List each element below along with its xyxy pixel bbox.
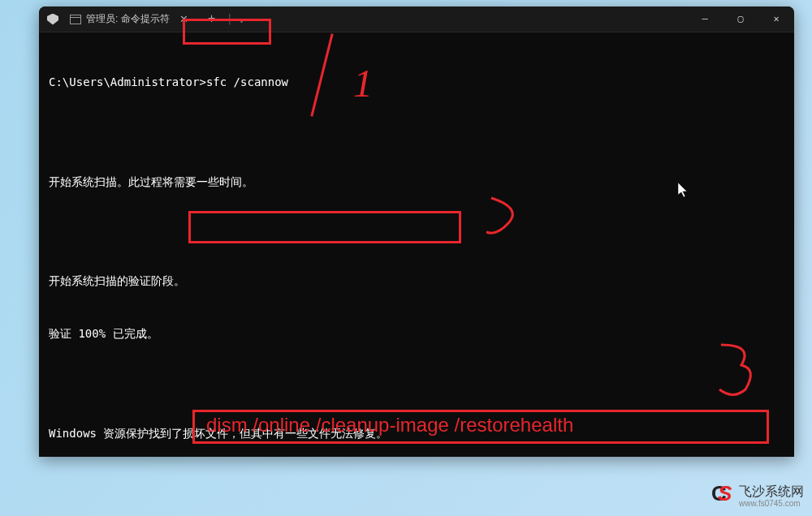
admin-shield-icon <box>47 14 58 25</box>
watermark-url: www.fs0745.com <box>739 499 804 508</box>
tab-close-button[interactable]: ✕ <box>179 13 188 25</box>
window-controls: — ▢ ✕ <box>687 6 794 32</box>
output-line: 开始系统扫描。此过程将需要一些时间。 <box>49 174 784 191</box>
prompt: C:\Users\Administrator> <box>49 75 206 88</box>
window-titlebar[interactable]: 管理员: 命令提示符 ✕ + │ ⌄ — ▢ ✕ <box>39 6 794 32</box>
command-sfc: sfc /scannow <box>206 75 288 88</box>
tab-title: 管理员: 命令提示符 <box>86 12 170 26</box>
maximize-button[interactable]: ▢ <box>723 6 758 32</box>
new-tab-button[interactable]: + <box>203 12 221 27</box>
output-line: Windows 资源保护找到了损坏文件，但其中有一些文件无法修复。 <box>49 425 784 443</box>
watermark: CS 飞沙系统网 www.fs0745.com <box>711 484 804 508</box>
output-line: 开始系统扫描的验证阶段。 <box>49 273 784 290</box>
terminal-tab[interactable]: 管理员: 命令提示符 ✕ <box>63 7 195 32</box>
terminal-icon <box>70 15 81 24</box>
close-button[interactable]: ✕ <box>758 6 794 32</box>
minimize-button[interactable]: — <box>687 6 723 32</box>
watermark-brand: 飞沙系统网 <box>739 484 804 501</box>
terminal-window: 管理员: 命令提示符 ✕ + │ ⌄ — ▢ ✕ C:\Users\Admini… <box>39 6 794 457</box>
tab-divider: │ <box>227 14 232 25</box>
tab-dropdown-icon[interactable]: ⌄ <box>239 15 244 24</box>
watermark-logo-icon: CS <box>711 484 734 507</box>
output-line: 验证 100% 已完成。 <box>49 325 784 343</box>
terminal-output[interactable]: C:\Users\Administrator>sfc /scannow 开始系统… <box>39 32 794 457</box>
